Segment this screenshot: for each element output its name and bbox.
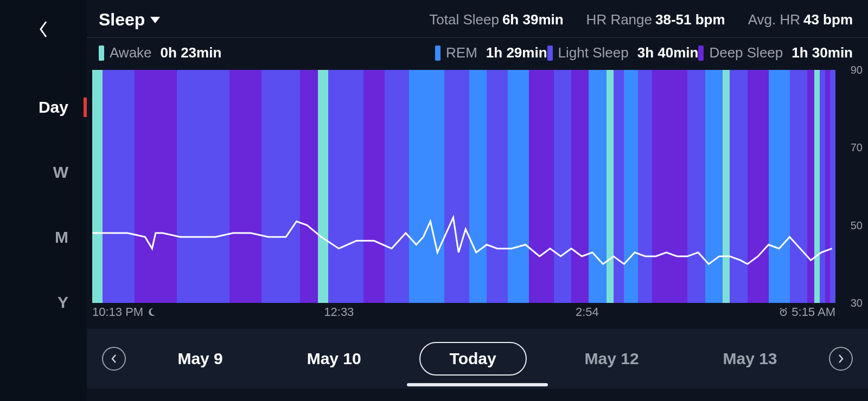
stage-band-rem	[469, 70, 487, 303]
time-scale-list: DayWMY	[0, 75, 87, 335]
date-pill[interactable]: May 9	[151, 342, 248, 376]
stage-band-rem	[624, 70, 638, 303]
main-panel: Sleep Total Sleep6h 39minHR Range38-51 b…	[87, 0, 868, 401]
stage-band-rem	[409, 70, 444, 303]
y-axis-ticks: 30507090	[838, 70, 863, 303]
header-stat: Total Sleep6h 39min	[429, 11, 563, 28]
date-pill: May 13	[697, 342, 803, 376]
chevron-right-icon	[838, 354, 844, 364]
x-axis-ticks: 10:13 PM12:332:545:15 AM	[92, 305, 835, 321]
x-tick: 12:33	[324, 305, 354, 319]
header-stat: HR Range38-51 bpm	[586, 11, 725, 28]
chevron-left-icon	[38, 20, 49, 38]
stage-band-light	[614, 70, 624, 303]
header-stat: Avg. HR43 bpm	[748, 11, 853, 28]
scale-year[interactable]: Y	[0, 270, 87, 335]
alarm-icon	[778, 307, 788, 317]
x-tick: 2:54	[576, 305, 599, 319]
chevron-left-icon	[111, 354, 117, 364]
scale-week[interactable]: W	[0, 140, 87, 205]
header-row: Sleep Total Sleep6h 39minHR Range38-51 b…	[87, 0, 868, 37]
scale-month[interactable]: M	[0, 205, 87, 270]
y-tick: 30	[851, 297, 863, 309]
svg-point-1	[781, 310, 787, 316]
swatch-deep	[698, 46, 704, 61]
stage-band-rem	[508, 70, 529, 303]
stage-band-light	[638, 70, 652, 303]
date-track: May 9May 10TodayMay 12May 13	[136, 342, 819, 376]
date-prev-button[interactable]	[102, 347, 126, 371]
moon-icon	[146, 307, 156, 317]
stage-band-deep	[652, 70, 687, 303]
stage-band-deep	[300, 70, 317, 303]
stage-band-deep	[363, 70, 385, 303]
legend-rem: REM1h 29min	[435, 44, 547, 61]
legend-deep: Deep Sleep1h 30min	[698, 44, 853, 61]
stage-band-deep	[229, 70, 261, 303]
stage-band-light	[487, 70, 508, 303]
stage-band-deep	[529, 70, 553, 303]
stage-band-awake	[92, 70, 103, 303]
y-tick: 90	[851, 64, 863, 76]
swatch-rem	[435, 46, 441, 61]
home-indicator	[407, 383, 548, 386]
metric-dropdown[interactable]: Sleep	[99, 10, 160, 30]
caret-down-icon	[150, 17, 160, 23]
y-tick: 70	[851, 141, 863, 154]
y-tick: 50	[851, 219, 863, 231]
stage-band-light	[177, 70, 229, 303]
svg-line-4	[786, 308, 787, 309]
stage-band-light	[385, 70, 409, 303]
legend-row: Awake0h 23minREM1h 29minLight Sleep3h 40…	[87, 38, 868, 70]
stage-band-light	[328, 70, 363, 303]
sleep-chart[interactable]: 30507090	[92, 70, 835, 303]
stage-band-rem	[705, 70, 723, 303]
stage-band-light	[830, 70, 835, 303]
stage-band-awake	[318, 70, 328, 303]
stage-band-rem	[769, 70, 790, 303]
legend-awake: Awake0h 23min	[99, 44, 221, 61]
date-next-button[interactable]	[829, 347, 853, 371]
header-stats: Total Sleep6h 39minHR Range38-51 bpmAvg.…	[429, 11, 853, 28]
stage-band-light	[820, 70, 825, 303]
stage-band-deep	[807, 70, 814, 303]
stage-band-light	[730, 70, 747, 303]
stage-band-deep	[825, 70, 831, 303]
stage-band-light	[261, 70, 300, 303]
scale-day[interactable]: Day	[0, 75, 87, 140]
stage-band-light	[687, 70, 705, 303]
date-pill[interactable]: May 10	[281, 342, 387, 376]
chart-canvas	[92, 70, 835, 303]
stage-band-light	[103, 70, 134, 303]
x-tick: 10:13 PM	[92, 305, 156, 319]
left-rail: DayWMY	[0, 0, 87, 401]
metric-label: Sleep	[99, 10, 145, 30]
stage-band-awake	[814, 70, 820, 303]
svg-line-3	[780, 308, 782, 309]
stage-band-awake	[607, 70, 614, 303]
legend-light: Light Sleep3h 40min	[547, 44, 699, 61]
date-pill[interactable]: Today	[419, 342, 527, 376]
x-tick: 5:15 AM	[778, 305, 835, 319]
swatch-awake	[99, 46, 104, 61]
stage-band-light	[444, 70, 469, 303]
stage-band-deep	[748, 70, 769, 303]
swatch-light	[547, 46, 553, 61]
stage-band-deep	[571, 70, 589, 303]
stage-band-awake	[723, 70, 730, 303]
stage-band-light	[554, 70, 571, 303]
stage-band-light	[790, 70, 807, 303]
stage-band-rem	[589, 70, 606, 303]
svg-marker-0	[150, 17, 160, 23]
date-selector-bar: May 9May 10TodayMay 12May 13	[87, 329, 868, 389]
back-button[interactable]	[30, 16, 56, 42]
stage-band-deep	[135, 70, 177, 303]
date-pill: May 12	[559, 342, 665, 376]
